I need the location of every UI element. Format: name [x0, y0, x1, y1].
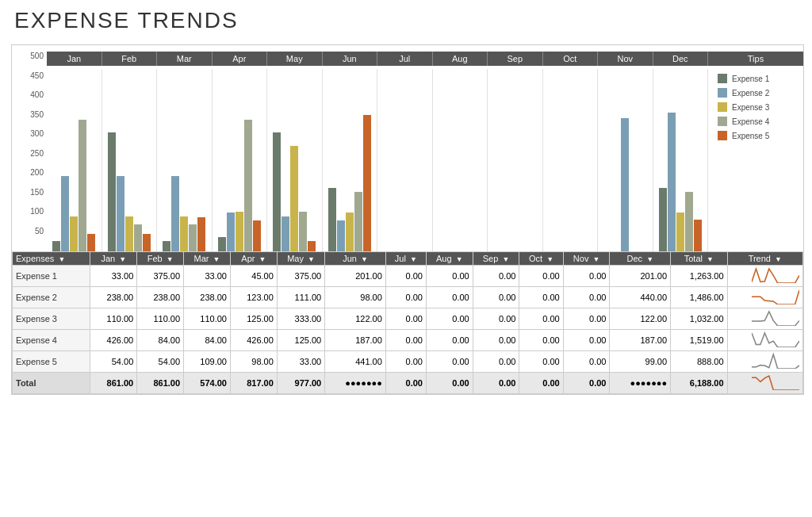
filter-icon-mar[interactable]: ▼: [213, 255, 220, 263]
bar-feb-exp1: [108, 132, 116, 251]
bar-jan-exp3: [70, 216, 78, 251]
bar-may-exp5: [308, 241, 316, 251]
filter-icon-jun[interactable]: ▼: [361, 255, 368, 263]
th-dec[interactable]: Dec ▼: [610, 252, 671, 266]
filter-icon-trend[interactable]: ▼: [775, 255, 782, 263]
th-sep[interactable]: Sep ▼: [473, 252, 519, 266]
month-header-apr: Apr: [213, 52, 268, 66]
month-bars-sep: [488, 69, 543, 251]
filter-icon-sep[interactable]: ▼: [502, 255, 509, 263]
month-header-nov: Nov: [598, 52, 653, 66]
filter-icon-aug[interactable]: ▼: [456, 255, 463, 263]
filter-icon-total[interactable]: ▼: [707, 255, 714, 263]
cell-label: Expense 3: [13, 308, 90, 330]
th-apr[interactable]: Apr ▼: [230, 252, 277, 266]
table-body: Expense 133.00375.0033.0045.00375.00201.…: [13, 266, 803, 394]
bar-feb-exp4: [134, 224, 142, 251]
bar-jun-exp4: [354, 192, 362, 251]
th-nov[interactable]: Nov ▼: [563, 252, 610, 266]
legend-swatch-exp3: [718, 102, 727, 112]
bar-jan-exp5: [87, 234, 95, 251]
bar-dec-exp3: [676, 213, 684, 251]
th-jul[interactable]: Jul ▼: [385, 252, 426, 266]
data-table: Expenses ▼ Jan ▼ Feb ▼ Mar ▼ Apr ▼ May ▼…: [12, 251, 803, 394]
month-bars-may: [267, 69, 323, 251]
table-row: Expense 4426.0084.0084.00426.00125.00187…: [13, 330, 803, 351]
filter-icon-nov[interactable]: ▼: [592, 255, 599, 263]
month-bars-dec: [653, 69, 709, 251]
bar-jun-exp2: [337, 220, 345, 251]
th-jan[interactable]: Jan ▼: [90, 252, 137, 266]
month-header-jul: Jul: [377, 52, 433, 66]
th-mar[interactable]: Mar ▼: [184, 252, 231, 266]
legend-item-exp1: Expense 1: [718, 74, 794, 83]
month-bars-jul: [377, 69, 433, 251]
trend-sparkline-cell: [727, 287, 802, 308]
bar-may-exp3: [290, 146, 298, 251]
page-title: EXPENSE TRENDS: [8, 8, 804, 33]
bar-apr-exp2: [227, 213, 235, 251]
month-header-jun: Jun: [323, 52, 378, 66]
filter-icon-apr[interactable]: ▼: [259, 255, 266, 263]
bar-dec-exp4: [685, 192, 693, 251]
th-total[interactable]: Total ▼: [671, 252, 728, 266]
filter-icon-jul[interactable]: ▼: [410, 255, 417, 263]
th-feb[interactable]: Feb ▼: [137, 252, 184, 266]
th-aug[interactable]: Aug ▼: [426, 252, 473, 266]
y-axis: 500 450 400 350 300 250 200 150 100 50: [12, 52, 47, 251]
filter-icon-jan[interactable]: ▼: [119, 255, 126, 263]
bar-apr-exp1: [218, 237, 226, 251]
month-header-mar: Mar: [157, 52, 213, 66]
th-oct[interactable]: Oct ▼: [519, 252, 563, 266]
legend-swatch-exp1: [718, 74, 727, 83]
trend-sparkline-cell: [727, 330, 802, 351]
bar-mar-exp5: [197, 217, 205, 251]
chart-table-wrapper: 500 450 400 350 300 250 200 150 100 50 J…: [11, 44, 804, 395]
table-row: Expense 3110.00110.00110.00125.00333.001…: [13, 308, 803, 330]
filter-icon-oct[interactable]: ▼: [546, 255, 553, 263]
bar-feb-exp3: [125, 216, 133, 251]
legend-item-exp4: Expense 4: [718, 117, 794, 126]
month-bars-feb: [102, 69, 158, 251]
bar-may-exp1: [273, 132, 281, 251]
cell-label: Expense 1: [13, 266, 90, 287]
th-may[interactable]: May ▼: [277, 252, 324, 266]
month-bars-mar: [157, 69, 213, 251]
legend-item-exp5: Expense 5: [718, 131, 794, 140]
trend-sparkline-total: [727, 373, 802, 394]
chart-content: Jan Feb Mar Apr May Jun Jul Aug Sep Oct …: [47, 52, 803, 251]
filter-icon-may[interactable]: ▼: [308, 255, 315, 263]
chart-bars-legend: Expense 1 Expense 2 Expense 3 Expen: [47, 66, 803, 251]
bars-section: [47, 66, 708, 251]
cell-label: Expense 5: [13, 351, 90, 373]
month-header-jan: Jan: [47, 52, 102, 66]
th-trend[interactable]: Trend ▼: [727, 252, 802, 266]
bar-jan-exp2: [61, 176, 69, 251]
month-header-aug: Aug: [433, 52, 488, 66]
bar-jan-exp4: [79, 120, 86, 251]
bar-mar-exp3: [180, 216, 188, 251]
bar-apr-exp4: [244, 120, 252, 251]
cell-label: Expense 2: [13, 287, 90, 308]
trend-sparkline-cell: [727, 308, 802, 330]
th-jun[interactable]: Jun ▼: [325, 252, 386, 266]
bar-dec-exp5: [694, 220, 702, 251]
filter-icon-dec[interactable]: ▼: [646, 255, 653, 263]
trend-sparkline-cell: [727, 266, 802, 287]
filter-icon-feb[interactable]: ▼: [167, 255, 174, 263]
bar-mar-exp2: [171, 176, 179, 251]
th-expenses[interactable]: Expenses ▼: [13, 252, 90, 266]
month-header-oct: Oct: [543, 52, 599, 66]
month-bars-jun: [323, 69, 378, 251]
app: EXPENSE TRENDS 500 450 400 350 300 250 2…: [8, 8, 804, 395]
table-row: Expense 554.0054.00109.0098.0033.00441.0…: [13, 351, 803, 373]
bar-jun-exp1: [328, 188, 336, 251]
legend-swatch-exp4: [718, 117, 727, 126]
tips-header: Tips: [708, 52, 803, 66]
bar-nov-exp2: [621, 118, 629, 251]
table-total-row: Total861.00861.00574.00817.00977.00●●●●●…: [13, 373, 803, 394]
cell-total-label: Total: [13, 373, 90, 394]
bar-apr-exp3: [236, 212, 243, 251]
filter-icon-expenses[interactable]: ▼: [58, 255, 65, 263]
table-row: Expense 2238.00238.00238.00123.00111.009…: [13, 287, 803, 308]
